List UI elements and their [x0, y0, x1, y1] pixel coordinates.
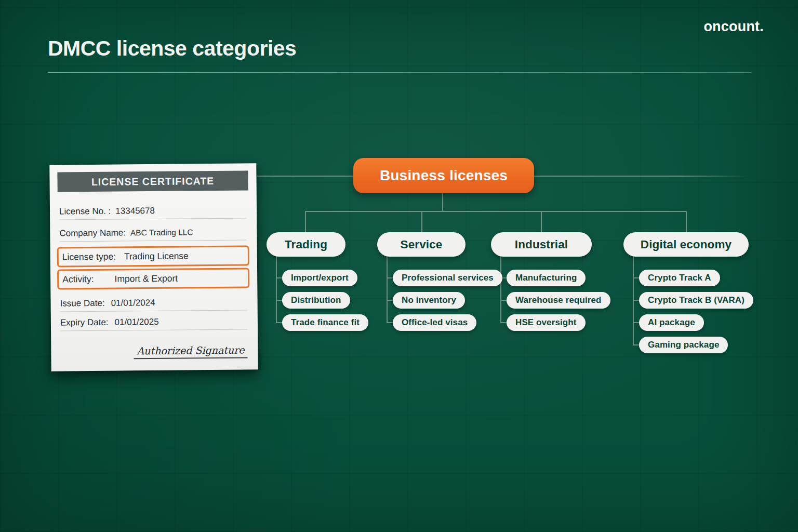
category-pill-service: Service [377, 232, 466, 257]
root-node-business-licenses: Business licenses [353, 158, 534, 193]
tree-item: Manufacturing [507, 270, 586, 286]
tree-item: Professional services [393, 270, 502, 286]
tree-item: Office-led visas [393, 314, 476, 331]
tree-item: Trade finance fit [282, 314, 368, 331]
category-label: Trading [285, 238, 327, 251]
field-label: License No. : [59, 206, 111, 217]
connector-drop-trading [305, 211, 306, 233]
category-pill-trading: Trading [267, 232, 345, 257]
certificate-row-license-type-highlighted: License type: Trading License [57, 245, 249, 267]
infographic-canvas: DMCC license categories oncount. Busines… [0, 0, 798, 532]
tree-item: Warehouse required [507, 292, 610, 309]
field-label: License type: [62, 251, 116, 263]
field-label: Activity: [62, 274, 94, 285]
category-pill-industrial: Industrial [491, 232, 592, 257]
connector-rail [305, 211, 687, 212]
branch-line [500, 256, 501, 323]
field-value: ABC Trading LLC [130, 228, 193, 237]
connector-cert-to-root [257, 176, 353, 177]
certificate-row-license-no: License No. : 13345678 [59, 202, 246, 220]
connector-root-drop [442, 193, 443, 211]
connector-drop-digital [686, 211, 687, 233]
tree-item: AI package [639, 314, 704, 331]
page-title: DMCC license categories [48, 36, 296, 61]
title-divider [48, 72, 751, 73]
field-value: 01/01/2025 [114, 317, 158, 328]
branch-line [276, 256, 277, 323]
certificate-title: LICENSE CERTIFICATE [91, 175, 215, 188]
certificate-header: LICENSE CERTIFICATE [57, 170, 248, 192]
category-label: Service [401, 238, 443, 251]
field-label: Company Name: [59, 228, 126, 238]
field-label: Expiry Date: [60, 317, 109, 328]
tree-item: Distribution [282, 292, 350, 309]
certificate-row-expiry-date: Expiry Date: 01/01/2025 [60, 313, 247, 331]
field-value: 01/01/2024 [111, 298, 155, 309]
category-label: Digital economy [641, 238, 732, 251]
field-label: Issue Date: [60, 298, 105, 309]
tree-item: Gaming package [639, 337, 728, 353]
field-value: Trading License [124, 250, 189, 262]
tree-item: Crypto Track A [639, 270, 720, 286]
tree-item: HSE oversight [507, 314, 586, 331]
certificate-row-company-name: Company Name: ABC Trading LLC [59, 224, 246, 242]
field-value: 13345678 [115, 206, 155, 217]
connector-drop-industrial [541, 211, 542, 233]
tree-item: No inventory [393, 292, 465, 309]
authorized-signature: Authorized Signature [134, 344, 247, 359]
brand-logo: oncount. [703, 19, 764, 35]
root-node-label: Business licenses [380, 167, 508, 184]
tree-item: Crypto Track B (VARA) [639, 292, 753, 309]
certificate-row-issue-date: Issue Date: 01/01/2024 [60, 294, 247, 312]
tree-item: Import/export [282, 270, 357, 286]
certificate-row-activity-highlighted: Activity: Import & Export [57, 268, 249, 289]
category-pill-digital-economy: Digital economy [623, 232, 749, 257]
category-label: Industrial [515, 238, 568, 251]
connector-root-to-right [534, 176, 748, 177]
license-certificate-card: LICENSE CERTIFICATE License No. : 133456… [49, 163, 258, 371]
field-value: Import & Export [114, 273, 178, 285]
connector-drop-service [421, 211, 422, 233]
branch-line [387, 256, 388, 323]
